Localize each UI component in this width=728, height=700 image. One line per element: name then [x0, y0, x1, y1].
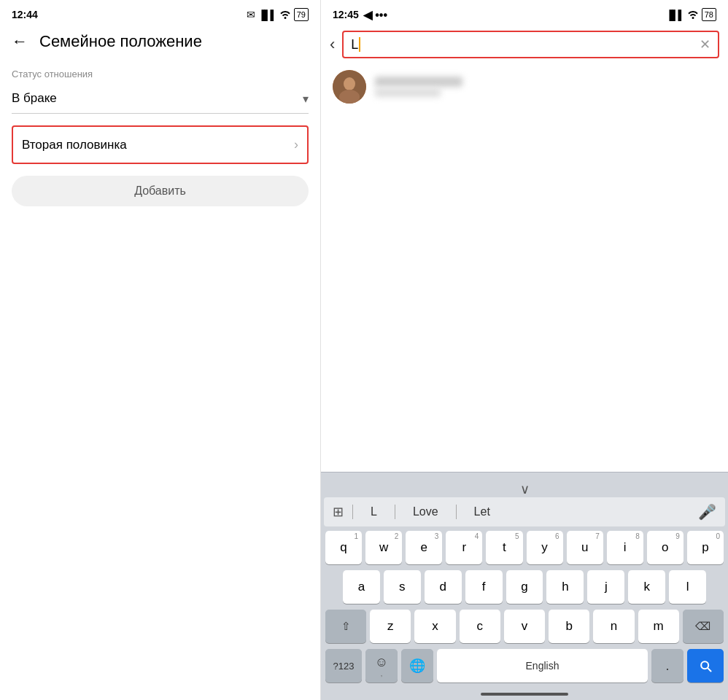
key-c[interactable]: c	[460, 610, 500, 643]
wifi-icon-right	[687, 9, 699, 21]
suggestion-Let[interactable]: Let	[465, 505, 499, 518]
status-bar-right: 12:45 ◀ ••• ▐▌▌ 78	[321, 0, 728, 26]
contact-info	[375, 77, 462, 97]
status-icons-left: ✉ ▐▌▌ 79	[247, 8, 309, 21]
key-row-4: ?123 ☺‚ 🌐 English .	[325, 649, 724, 687]
nav-indicator	[481, 693, 568, 696]
keyboard-rows: 1q 2w 3e 4r 5t 6y 7u 8i 9o 0p a s d f g …	[324, 531, 725, 687]
key-i[interactable]: 8i	[607, 531, 643, 564]
status-icons-right: ▐▌▌ 78	[666, 8, 716, 21]
avatar	[333, 70, 366, 104]
suggestion-Love[interactable]: Love	[404, 505, 447, 518]
add-button[interactable]: Добавить	[12, 176, 309, 206]
dropdown-arrow-icon: ▾	[303, 92, 309, 106]
page-title: Семейное положение	[39, 32, 202, 51]
suggestion-divider	[352, 505, 353, 519]
search-input-text: L	[351, 37, 360, 52]
key-backspace[interactable]: ⌫	[683, 610, 724, 643]
content-left: Статус отношения В браке ▾ Вторая полови…	[0, 57, 320, 700]
status-bar-left: 12:44 ✉ ▐▌▌ 79	[0, 0, 320, 26]
message-icon: ✉	[247, 9, 255, 20]
search-value: L	[351, 37, 358, 52]
key-globe[interactable]: 🌐	[401, 649, 433, 682]
battery-right: 78	[702, 8, 716, 21]
chevron-down-icon: ∨	[520, 482, 530, 497]
back-button[interactable]: ←	[12, 32, 28, 51]
clear-icon[interactable]: ✕	[700, 36, 710, 52]
suggestion-L[interactable]: L	[362, 505, 386, 518]
key-s[interactable]: s	[384, 570, 421, 604]
key-o[interactable]: 9o	[647, 531, 684, 564]
left-panel: 12:44 ✉ ▐▌▌ 79 ← Семейное положение Стат…	[0, 0, 321, 700]
key-p[interactable]: 0p	[687, 531, 724, 564]
key-h[interactable]: h	[546, 570, 584, 604]
bottom-nav-bar	[324, 687, 725, 700]
key-x[interactable]: x	[414, 610, 455, 643]
suggestions-bar: ⊞ L Love Let 🎤	[324, 497, 725, 526]
right-panel: 12:45 ◀ ••• ▐▌▌ 78 ‹ L ✕	[321, 0, 728, 700]
key-b[interactable]: b	[549, 610, 589, 643]
relationship-status-dropdown[interactable]: В браке ▾	[12, 84, 309, 114]
battery-left: 79	[294, 8, 309, 21]
key-u[interactable]: 7u	[567, 531, 603, 564]
key-num-sym[interactable]: ?123	[325, 649, 362, 682]
contact-result[interactable]	[321, 63, 728, 111]
key-e[interactable]: 3e	[406, 531, 442, 564]
field-label: Статус отношения	[12, 69, 309, 79]
key-m[interactable]: m	[638, 610, 679, 643]
time-left: 12:44	[12, 9, 38, 20]
keyboard-area: ∨ ⊞ L Love Let 🎤 1q 2w 3e 4r 5t	[321, 472, 728, 700]
key-y[interactable]: 6y	[527, 531, 563, 564]
key-v[interactable]: v	[504, 610, 545, 643]
key-period[interactable]: .	[651, 649, 684, 682]
svg-point-1	[344, 77, 355, 90]
partner-field[interactable]: Вторая половинка ›	[12, 125, 309, 164]
key-r[interactable]: 4r	[446, 531, 482, 564]
suggestion-divider-3	[456, 505, 457, 519]
nav-dots: ◀ •••	[363, 8, 387, 22]
key-row-3: ⇧ z x c v b n m ⌫	[325, 610, 724, 643]
key-n[interactable]: n	[593, 610, 634, 643]
keyboard-hide-button[interactable]: ∨	[324, 478, 725, 497]
search-input-wrapper[interactable]: L ✕	[342, 31, 719, 58]
key-z[interactable]: z	[370, 610, 411, 643]
signal-icon-right: ▐▌▌	[666, 9, 684, 20]
key-g[interactable]: g	[506, 570, 543, 604]
key-search[interactable]	[687, 649, 724, 682]
contact-name	[375, 77, 462, 87]
key-emoji[interactable]: ☺‚	[365, 649, 398, 682]
key-w[interactable]: 2w	[365, 531, 402, 564]
suggestion-divider-2	[395, 505, 395, 519]
search-cursor	[359, 37, 360, 52]
mic-icon[interactable]: 🎤	[698, 503, 716, 521]
partner-label: Вторая половинка	[22, 138, 127, 152]
key-f[interactable]: f	[465, 570, 503, 604]
key-row-1: 1q 2w 3e 4r 5t 6y 7u 8i 9o 0p	[325, 531, 724, 564]
contact-detail	[375, 88, 441, 97]
wifi-icon-left	[279, 9, 291, 21]
key-l[interactable]: l	[669, 570, 706, 604]
key-t[interactable]: 5t	[486, 531, 522, 564]
dropdown-value: В браке	[12, 91, 57, 106]
key-k[interactable]: k	[628, 570, 665, 604]
signal-icon-left: ▐▌▌	[258, 9, 276, 20]
partner-arrow-icon: ›	[294, 137, 298, 152]
back-button-right[interactable]: ‹	[330, 35, 335, 54]
time-right: 12:45	[333, 9, 359, 20]
key-a[interactable]: a	[343, 570, 380, 604]
key-q[interactable]: 1q	[325, 531, 362, 564]
key-j[interactable]: j	[587, 570, 624, 604]
key-d[interactable]: d	[425, 570, 462, 604]
key-shift[interactable]: ⇧	[325, 610, 366, 643]
key-space[interactable]: English	[437, 649, 648, 682]
grid-icon[interactable]: ⊞	[333, 504, 344, 520]
key-row-2: a s d f g h j k l	[325, 570, 724, 604]
status-left-right: 12:45 ◀ •••	[333, 8, 387, 22]
top-bar-left: ← Семейное положение	[0, 26, 320, 57]
search-bar-container: ‹ L ✕	[321, 26, 728, 63]
suggestions-left: ⊞ L Love Let	[333, 504, 499, 520]
